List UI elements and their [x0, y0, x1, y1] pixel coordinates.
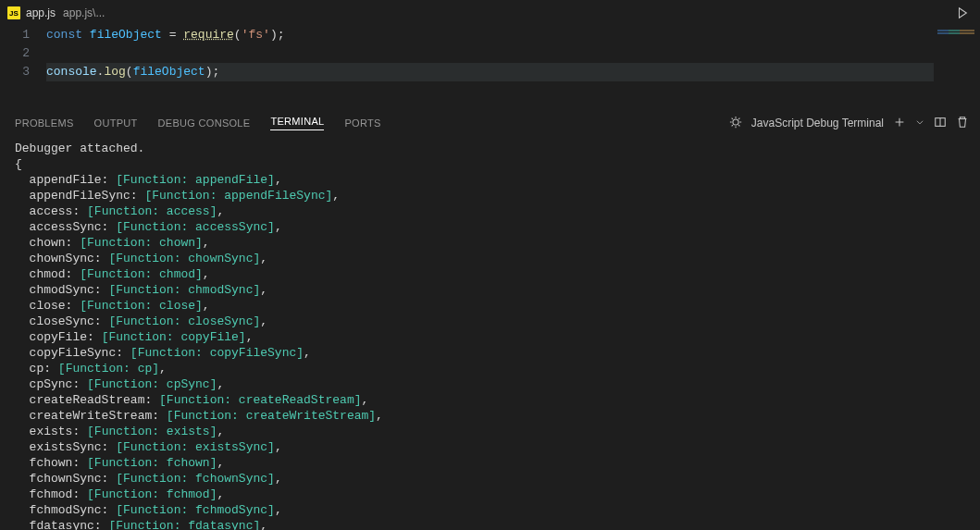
chevron-down-icon[interactable] — [915, 117, 924, 129]
terminal-output[interactable]: Debugger attached. { appendFile: [Functi… — [0, 137, 980, 530]
trash-icon[interactable] — [956, 116, 969, 131]
svg-point-0 — [733, 118, 738, 124]
tab-bar: JS app.js app.js\... — [0, 0, 980, 26]
token-function: log — [104, 65, 125, 79]
token-op: = — [162, 28, 183, 42]
code-content[interactable]: const fileObject = require('fs'); consol… — [46, 26, 980, 81]
token-string: 'fs' — [242, 28, 270, 42]
run-icon[interactable] — [956, 6, 969, 19]
tab-filename[interactable]: app.js — [26, 6, 56, 19]
tab-problems[interactable]: PROBLEMS — [15, 117, 74, 129]
line-gutter: 1 2 3 — [0, 26, 46, 81]
panel-tabs: PROBLEMS OUTPUT DEBUG CONSOLE TERMINAL P… — [0, 109, 980, 137]
token-punct: ) — [270, 28, 278, 42]
tab-output[interactable]: OUTPUT — [94, 117, 138, 129]
token-punct: ( — [234, 28, 242, 42]
token-punct: ( — [126, 65, 133, 79]
line-number: 1 — [0, 26, 30, 44]
code-line[interactable]: const fileObject = require('fs'); — [46, 26, 980, 44]
token-function: require — [183, 28, 234, 42]
token-punct: ; — [212, 65, 219, 79]
bottom-panel: PROBLEMS OUTPUT DEBUG CONSOLE TERMINAL P… — [0, 109, 980, 530]
token-punct: ; — [278, 28, 285, 42]
line-number: 3 — [0, 63, 30, 81]
tab-ports[interactable]: PORTS — [344, 117, 380, 129]
js-file-icon: JS — [7, 6, 20, 19]
token-keyword: const — [46, 28, 82, 42]
token-variable: fileObject — [133, 65, 205, 79]
token-variable: fileObject — [90, 28, 162, 42]
split-terminal-icon[interactable] — [934, 116, 947, 131]
code-line-current[interactable]: console.log(fileObject); — [46, 63, 934, 81]
tab-debug-console[interactable]: DEBUG CONSOLE — [158, 117, 251, 129]
code-editor[interactable]: 1 2 3 const fileObject = require('fs'); … — [0, 26, 980, 81]
line-number: 2 — [0, 44, 30, 63]
code-line[interactable] — [46, 44, 980, 63]
terminal-type-label[interactable]: JavaScript Debug Terminal — [751, 117, 884, 129]
token-variable: console — [46, 65, 97, 79]
new-terminal-icon[interactable] — [893, 116, 906, 131]
tab-terminal[interactable]: TERMINAL — [270, 116, 324, 130]
breadcrumb[interactable]: app.js\... — [63, 6, 105, 19]
debug-icon — [729, 116, 742, 131]
panel-actions: JavaScript Debug Terminal — [729, 116, 969, 131]
